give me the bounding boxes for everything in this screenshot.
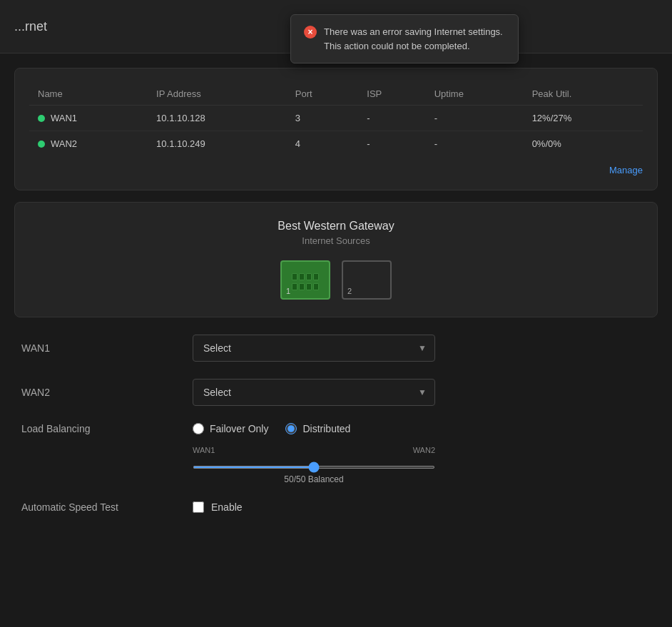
port-2-number: 2: [347, 287, 352, 295]
wan2-uptime: -: [426, 131, 524, 157]
col-header-isp: ISP: [358, 83, 425, 106]
auto-speed-row: Automatic Speed Test Enable: [21, 501, 651, 513]
wan1-uptime: -: [426, 106, 524, 131]
wan2-select-wrapper: Select ▼: [193, 379, 435, 406]
enable-option[interactable]: Enable: [193, 501, 651, 513]
slider-labels: WAN1 WAN2: [193, 446, 435, 454]
load-balancing-label: Load Balancing: [21, 423, 178, 434]
col-header-uptime: Uptime: [426, 83, 524, 106]
port-1-number: 1: [286, 287, 290, 295]
wan-table-card: Name IP Address Port ISP Uptime Peak Uti…: [14, 68, 658, 190]
wan1-port: 3: [287, 106, 358, 131]
switch-port: [313, 273, 319, 280]
wan2-ip: 10.1.10.249: [148, 131, 287, 157]
slider-wan2-label: WAN2: [413, 446, 435, 454]
slider-wan1-label: WAN1: [193, 446, 215, 454]
switch-port: [292, 273, 297, 280]
slider-section: WAN1 WAN2 50/50 Balanced: [193, 446, 435, 484]
main-content: Name IP Address Port ISP Uptime Peak Uti…: [0, 53, 672, 544]
wan1-name: WAN1: [51, 113, 77, 123]
switch-port: [299, 273, 305, 280]
col-header-ip: IP Address: [148, 83, 287, 106]
col-header-peak: Peak Util.: [524, 83, 643, 106]
switch-port: [299, 283, 305, 290]
wan2-name: WAN2: [51, 138, 77, 149]
wan1-select-wrapper: Select ▼: [193, 335, 435, 362]
error-icon: ×: [304, 26, 317, 39]
switch-port: [306, 283, 312, 290]
balance-slider[interactable]: [193, 466, 435, 469]
error-message: There was an error saving Internet setti…: [324, 25, 505, 53]
page-title: ...rnet: [14, 19, 47, 34]
enable-label: Enable: [211, 501, 243, 513]
wan2-port: 4: [287, 131, 358, 157]
failover-radio[interactable]: [193, 423, 204, 434]
wan2-peak: 0%/0%: [524, 131, 643, 157]
table-row: WAN1 10.1.10.128 3 - - 12%/27%: [29, 106, 643, 131]
wan1-status-dot: [38, 115, 45, 122]
distributed-label: Distributed: [302, 423, 350, 434]
wan1-isp: -: [358, 106, 425, 131]
wan1-setting-row: WAN1 Select ▼: [21, 335, 651, 362]
port-icons-container: 1 2: [29, 260, 643, 300]
wan1-label: WAN1: [21, 342, 178, 354]
failover-label: Failover Only: [210, 423, 268, 434]
wan-table: Name IP Address Port ISP Uptime Peak Uti…: [29, 83, 643, 156]
switch-port: [313, 283, 319, 290]
wan2-isp: -: [358, 131, 425, 157]
switch-ports-graphic: [292, 273, 319, 280]
wan1-name-cell: WAN1: [29, 106, 148, 131]
error-toast: × There was an error saving Internet set…: [290, 14, 519, 63]
port-icon-2: 2: [342, 260, 392, 300]
wan2-control: Select ▼: [193, 379, 651, 406]
wan2-select[interactable]: Select: [193, 379, 435, 406]
wan1-control: Select ▼: [193, 335, 651, 362]
wan2-label: WAN2: [21, 387, 178, 398]
wan2-setting-row: WAN2 Select ▼: [21, 379, 651, 406]
gateway-title: Best Western Gateway: [29, 220, 643, 233]
switch-port-row: [292, 283, 319, 290]
distributed-radio[interactable]: [285, 423, 297, 434]
slider-value: 50/50 Balanced: [193, 474, 435, 484]
enable-checkbox[interactable]: [193, 501, 204, 513]
auto-speed-label: Automatic Speed Test: [21, 501, 178, 513]
switch-port: [292, 283, 297, 290]
manage-link[interactable]: Manage: [29, 165, 643, 175]
settings-section: WAN1 Select ▼ WAN2 Select ▼: [14, 335, 658, 513]
distributed-option[interactable]: Distributed: [285, 423, 350, 434]
wan1-ip: 10.1.10.128: [148, 106, 287, 131]
wan1-select[interactable]: Select: [193, 335, 435, 362]
port-icon-1: 1: [280, 260, 330, 300]
wan1-peak: 12%/27%: [524, 106, 643, 131]
load-balancing-radio-group: Failover Only Distributed: [193, 423, 651, 434]
auto-speed-control: Enable: [193, 501, 651, 513]
switch-port: [306, 273, 312, 280]
gateway-subtitle: Internet Sources: [29, 235, 643, 246]
load-balancing-row: Load Balancing Failover Only Distributed: [21, 423, 651, 484]
wan2-name-cell: WAN2: [29, 131, 148, 157]
load-balancing-control: Failover Only Distributed WAN1 WAN2 50/5…: [193, 423, 651, 484]
table-row: WAN2 10.1.10.249 4 - - 0%/0%: [29, 131, 643, 157]
wan2-status-dot: [38, 141, 45, 148]
failover-option[interactable]: Failover Only: [193, 423, 268, 434]
col-header-name: Name: [29, 83, 148, 106]
gateway-card: Best Western Gateway Internet Sources 1: [14, 202, 658, 317]
col-header-port: Port: [287, 83, 358, 106]
